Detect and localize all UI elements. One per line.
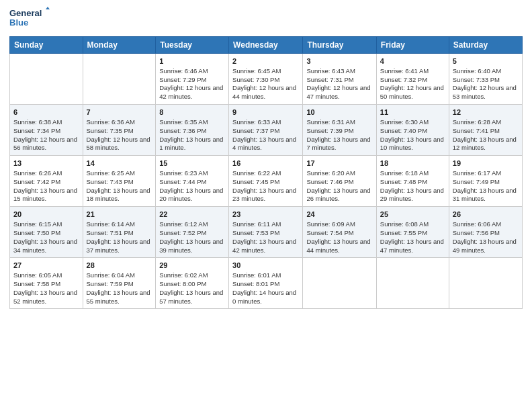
day-number: 7 [87,107,152,118]
calendar-cell: 9Sunrise: 6:33 AM Sunset: 7:37 PM Daylig… [229,105,303,156]
calendar-cell: 18Sunrise: 6:18 AM Sunset: 7:48 PM Dayli… [376,156,449,207]
col-header-sunday: Sunday [10,37,83,54]
calendar-cell: 7Sunrise: 6:36 AM Sunset: 7:35 PM Daylig… [83,105,156,156]
day-number: 13 [13,158,79,169]
calendar-cell: 1Sunrise: 6:46 AM Sunset: 7:29 PM Daylig… [156,54,229,105]
calendar-cell: 12Sunrise: 6:28 AM Sunset: 7:41 PM Dayli… [449,105,522,156]
day-number: 9 [232,107,299,118]
calendar-cell: 25Sunrise: 6:08 AM Sunset: 7:55 PM Dayli… [376,207,449,258]
calendar-cell: 6Sunrise: 6:38 AM Sunset: 7:34 PM Daylig… [10,105,83,156]
calendar-cell: 14Sunrise: 6:25 AM Sunset: 7:43 PM Dayli… [83,156,156,207]
calendar-cell: 22Sunrise: 6:12 AM Sunset: 7:52 PM Dayli… [156,207,229,258]
calendar-cell: 5Sunrise: 6:40 AM Sunset: 7:33 PM Daylig… [449,54,522,105]
calendar-cell: 24Sunrise: 6:09 AM Sunset: 7:54 PM Dayli… [303,207,376,258]
calendar-cell: 2Sunrise: 6:45 AM Sunset: 7:30 PM Daylig… [229,54,303,105]
day-number: 15 [159,158,225,169]
day-number: 23 [232,210,299,220]
day-info: Sunrise: 6:12 AM Sunset: 7:52 PM Dayligh… [159,220,225,255]
day-info: Sunrise: 6:06 AM Sunset: 7:56 PM Dayligh… [453,220,519,255]
day-info: Sunrise: 6:09 AM Sunset: 7:54 PM Dayligh… [306,220,372,255]
calendar-cell: 4Sunrise: 6:41 AM Sunset: 7:32 PM Daylig… [376,54,449,105]
day-info: Sunrise: 6:43 AM Sunset: 7:31 PM Dayligh… [306,67,372,101]
day-number: 26 [453,210,519,220]
day-number: 14 [87,158,152,169]
calendar-week-row: 20Sunrise: 6:15 AM Sunset: 7:50 PM Dayli… [10,207,523,258]
day-info: Sunrise: 6:38 AM Sunset: 7:34 PM Dayligh… [13,118,79,152]
day-number: 11 [380,107,445,118]
col-header-monday: Monday [83,37,156,54]
day-info: Sunrise: 6:45 AM Sunset: 7:30 PM Dayligh… [232,67,299,101]
calendar-week-row: 1Sunrise: 6:46 AM Sunset: 7:29 PM Daylig… [10,54,523,105]
day-number: 6 [13,107,79,118]
day-number: 10 [306,107,372,118]
calendar-cell: 15Sunrise: 6:23 AM Sunset: 7:44 PM Dayli… [156,156,229,207]
calendar-cell: 19Sunrise: 6:17 AM Sunset: 7:49 PM Dayli… [449,156,522,207]
day-info: Sunrise: 6:30 AM Sunset: 7:40 PM Dayligh… [380,118,445,152]
day-number: 16 [232,158,299,169]
logo: General Blue [9,7,50,31]
day-info: Sunrise: 6:41 AM Sunset: 7:32 PM Dayligh… [380,67,445,101]
calendar-cell [10,54,83,105]
logo-svg: General Blue [9,7,50,31]
day-info: Sunrise: 6:28 AM Sunset: 7:41 PM Dayligh… [453,118,519,152]
day-number: 24 [306,210,372,220]
day-info: Sunrise: 6:31 AM Sunset: 7:39 PM Dayligh… [306,118,372,152]
svg-text:Blue: Blue [9,17,28,28]
day-number: 12 [453,107,519,118]
calendar-cell: 17Sunrise: 6:20 AM Sunset: 7:46 PM Dayli… [303,156,376,207]
calendar-cell [449,258,522,309]
day-info: Sunrise: 6:46 AM Sunset: 7:29 PM Dayligh… [159,67,225,101]
calendar-cell: 21Sunrise: 6:14 AM Sunset: 7:51 PM Dayli… [83,207,156,258]
day-number: 22 [159,210,225,220]
day-info: Sunrise: 6:11 AM Sunset: 7:53 PM Dayligh… [232,220,299,255]
day-info: Sunrise: 6:23 AM Sunset: 7:44 PM Dayligh… [159,169,225,203]
day-number: 17 [306,158,372,169]
day-number: 25 [380,210,445,220]
calendar-cell: 28Sunrise: 6:04 AM Sunset: 7:59 PM Dayli… [83,258,156,309]
col-header-thursday: Thursday [303,37,376,54]
day-number: 28 [87,261,152,271]
day-info: Sunrise: 6:17 AM Sunset: 7:49 PM Dayligh… [453,169,519,203]
day-info: Sunrise: 6:26 AM Sunset: 7:42 PM Dayligh… [13,169,79,203]
calendar-cell: 26Sunrise: 6:06 AM Sunset: 7:56 PM Dayli… [449,207,522,258]
day-number: 8 [159,107,225,118]
day-info: Sunrise: 6:15 AM Sunset: 7:50 PM Dayligh… [13,220,79,255]
calendar-cell [303,258,376,309]
day-number: 18 [380,158,445,169]
col-header-friday: Friday [376,37,449,54]
calendar-cell [376,258,449,309]
calendar-cell: 23Sunrise: 6:11 AM Sunset: 7:53 PM Dayli… [229,207,303,258]
day-number: 3 [306,56,372,66]
day-number: 1 [159,56,225,66]
calendar-cell: 8Sunrise: 6:35 AM Sunset: 7:36 PM Daylig… [156,105,229,156]
day-info: Sunrise: 6:25 AM Sunset: 7:43 PM Dayligh… [87,169,152,203]
day-number: 30 [232,261,299,271]
col-header-wednesday: Wednesday [229,37,303,54]
svg-marker-2 [46,7,50,9]
calendar-week-row: 27Sunrise: 6:05 AM Sunset: 7:58 PM Dayli… [10,258,523,309]
day-info: Sunrise: 6:14 AM Sunset: 7:51 PM Dayligh… [87,220,152,255]
day-info: Sunrise: 6:08 AM Sunset: 7:55 PM Dayligh… [380,220,445,255]
day-info: Sunrise: 6:18 AM Sunset: 7:48 PM Dayligh… [380,169,445,203]
col-header-tuesday: Tuesday [156,37,229,54]
calendar-cell [83,54,156,105]
svg-text:General: General [9,8,42,18]
day-info: Sunrise: 6:20 AM Sunset: 7:46 PM Dayligh… [306,169,372,203]
day-number: 20 [13,210,79,220]
day-number: 5 [453,56,519,66]
day-info: Sunrise: 6:36 AM Sunset: 7:35 PM Dayligh… [87,118,152,152]
day-number: 4 [380,56,445,66]
day-info: Sunrise: 6:22 AM Sunset: 7:45 PM Dayligh… [232,169,299,203]
calendar-week-row: 6Sunrise: 6:38 AM Sunset: 7:34 PM Daylig… [10,105,523,156]
day-info: Sunrise: 6:33 AM Sunset: 7:37 PM Dayligh… [232,118,299,152]
calendar-header-row: SundayMondayTuesdayWednesdayThursdayFrid… [10,37,523,54]
day-number: 19 [453,158,519,169]
calendar-cell: 30Sunrise: 6:01 AM Sunset: 8:01 PM Dayli… [229,258,303,309]
calendar-cell: 10Sunrise: 6:31 AM Sunset: 7:39 PM Dayli… [303,105,376,156]
calendar-cell: 27Sunrise: 6:05 AM Sunset: 7:58 PM Dayli… [10,258,83,309]
day-number: 2 [232,56,299,66]
day-info: Sunrise: 6:04 AM Sunset: 7:59 PM Dayligh… [87,271,152,306]
day-info: Sunrise: 6:01 AM Sunset: 8:01 PM Dayligh… [232,271,299,306]
day-info: Sunrise: 6:40 AM Sunset: 7:33 PM Dayligh… [453,67,519,101]
page: General Blue SundayMondayTuesdayWednesda… [0,0,532,411]
